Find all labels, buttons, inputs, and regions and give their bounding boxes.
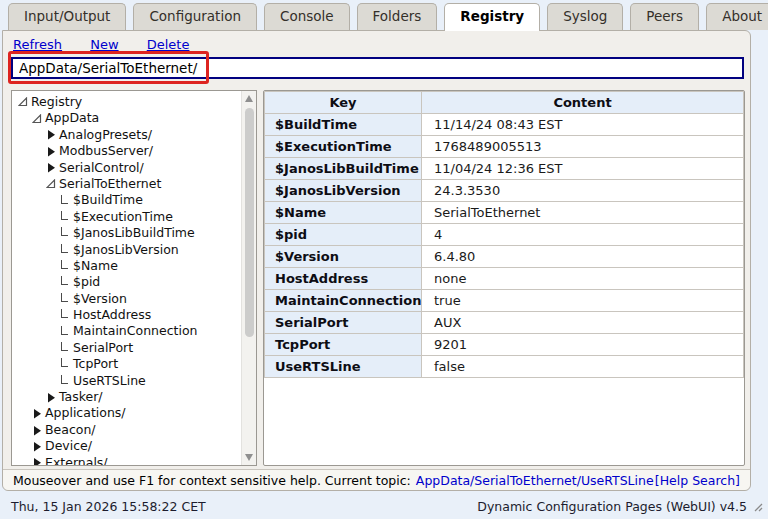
table-row[interactable]: $NameSerialToEthernet <box>265 202 744 224</box>
tree-item[interactable]: MaintainConnection <box>16 323 239 339</box>
tree-item[interactable]: Applications/ <box>16 405 239 421</box>
delete-link[interactable]: Delete <box>147 37 190 52</box>
scroll-up-arrow-icon[interactable] <box>245 95 253 102</box>
collapse-triangle-icon[interactable] <box>46 146 59 157</box>
collapse-triangle-icon[interactable] <box>32 408 45 419</box>
tree-item[interactable]: AppData <box>16 110 239 126</box>
tree-scrollbar[interactable] <box>241 91 256 465</box>
table-row[interactable]: MaintainConnectiontrue <box>265 290 744 312</box>
table-row[interactable]: $ExecutionTime1768489005513 <box>265 136 744 158</box>
tab-console[interactable]: Console <box>264 3 350 30</box>
tree-item[interactable]: SerialPort <box>16 340 239 356</box>
tree-item[interactable]: Beacon/ <box>16 422 239 438</box>
expand-triangle-icon[interactable] <box>32 114 45 124</box>
collapse-triangle-icon[interactable] <box>46 162 59 173</box>
tree-item[interactable]: $pid <box>16 274 239 290</box>
registry-value[interactable]: SerialToEthernet <box>422 202 744 224</box>
webui-page: Input/Output Configuration Console Folde… <box>0 0 768 519</box>
tree-item[interactable]: UseRTSLine <box>16 373 239 389</box>
table-row[interactable]: TcpPort9201 <box>265 334 744 356</box>
table-row[interactable]: SerialPortAUX <box>265 312 744 334</box>
table-row[interactable]: $JanosLibBuildTime11/04/24 12:36 EST <box>265 158 744 180</box>
refresh-link[interactable]: Refresh <box>13 37 62 52</box>
leaf-branch-icon <box>60 227 73 239</box>
tree-item[interactable]: $JanosLibVersion <box>16 242 239 258</box>
tree-item-label: AppData <box>45 110 99 126</box>
registry-key[interactable]: MaintainConnection <box>265 290 422 312</box>
expand-triangle-icon[interactable] <box>18 97 31 107</box>
table-row[interactable]: $JanosLibVersion24.3.3530 <box>265 180 744 202</box>
tree-item[interactable]: HostAddress <box>16 307 239 323</box>
registry-value[interactable]: 11/04/24 12:36 EST <box>422 158 744 180</box>
tree-item-label: UseRTSLine <box>73 373 146 389</box>
table-row[interactable]: $BuildTime11/14/24 08:43 EST <box>265 114 744 136</box>
collapse-triangle-icon[interactable] <box>32 441 45 452</box>
tree-item[interactable]: SerialToEthernet <box>16 176 239 192</box>
registry-key[interactable]: $pid <box>265 224 422 246</box>
tree-item[interactable]: AnalogPresets/ <box>16 127 239 143</box>
registry-value[interactable]: 11/14/24 08:43 EST <box>422 114 744 136</box>
collapse-triangle-icon[interactable] <box>46 129 59 140</box>
tree-item[interactable]: $Name <box>16 258 239 274</box>
tab-syslog[interactable]: Syslog <box>547 3 623 30</box>
tab-configuration[interactable]: Configuration <box>133 3 257 30</box>
current-topic-link[interactable]: AppData/SerialToEthernet/UseRTSLine <box>416 473 654 488</box>
registry-key[interactable]: SerialPort <box>265 312 422 334</box>
registry-value[interactable]: AUX <box>422 312 744 334</box>
tree-item[interactable]: $ExecutionTime <box>16 209 239 225</box>
tab-peers[interactable]: Peers <box>630 3 699 30</box>
registry-tree: Registry AppData AnalogPresets/ ModbusSe… <box>16 94 239 466</box>
help-search-link[interactable]: [Help Search] <box>655 473 740 488</box>
tab-about[interactable]: About <box>706 3 768 30</box>
registry-tree-panel: Registry AppData AnalogPresets/ ModbusSe… <box>11 90 257 466</box>
registry-value[interactable]: false <box>422 356 744 378</box>
registry-key[interactable]: $JanosLibVersion <box>265 180 422 202</box>
tree-item-label: TcpPort <box>73 356 118 372</box>
expand-triangle-icon[interactable] <box>46 179 59 189</box>
collapse-triangle-icon[interactable] <box>46 392 59 403</box>
registry-value[interactable]: 1768489005513 <box>422 136 744 158</box>
collapse-triangle-icon[interactable] <box>32 425 45 436</box>
tree-item-label: Tasker/ <box>59 389 103 405</box>
tree-item[interactable]: Device/ <box>16 438 239 454</box>
table-row[interactable]: UseRTSLinefalse <box>265 356 744 378</box>
footer-datetime: Thu, 15 Jan 2026 15:58:22 CET <box>11 499 206 514</box>
registry-value[interactable]: 24.3.3530 <box>422 180 744 202</box>
registry-value[interactable]: 9201 <box>422 334 744 356</box>
status-bar: Mouseover and use F1 for context sensiti… <box>3 469 750 490</box>
registry-path-input[interactable] <box>11 57 744 79</box>
registry-key[interactable]: $BuildTime <box>265 114 422 136</box>
tree-item[interactable]: SerialControl/ <box>16 160 239 176</box>
tree-item-label: HostAddress <box>73 307 151 323</box>
resize-grip-icon[interactable] <box>752 501 763 512</box>
new-link[interactable]: New <box>90 37 118 52</box>
tab-registry[interactable]: Registry <box>444 3 540 31</box>
registry-key[interactable]: $Version <box>265 246 422 268</box>
tree-item[interactable]: Registry <box>16 94 239 110</box>
tree-item[interactable]: $Version <box>16 291 239 307</box>
registry-value[interactable]: 4 <box>422 224 744 246</box>
tree-item[interactable]: $BuildTime <box>16 192 239 208</box>
scrollbar-thumb[interactable] <box>245 108 254 337</box>
registry-value[interactable]: true <box>422 290 744 312</box>
registry-key[interactable]: $Name <box>265 202 422 224</box>
registry-key[interactable]: $JanosLibBuildTime <box>265 158 422 180</box>
tree-item[interactable]: TcpPort <box>16 356 239 372</box>
tab-folders[interactable]: Folders <box>357 3 438 30</box>
registry-key[interactable]: $ExecutionTime <box>265 136 422 158</box>
table-row[interactable]: HostAddressnone <box>265 268 744 290</box>
tree-item[interactable]: ModbusServer/ <box>16 143 239 159</box>
tree-item[interactable]: Externals/ <box>16 455 239 466</box>
table-row[interactable]: $pid4 <box>265 224 744 246</box>
registry-key[interactable]: UseRTSLine <box>265 356 422 378</box>
collapse-triangle-icon[interactable] <box>32 457 45 466</box>
registry-value[interactable]: 6.4.80 <box>422 246 744 268</box>
registry-value[interactable]: none <box>422 268 744 290</box>
tree-item[interactable]: Tasker/ <box>16 389 239 405</box>
table-row[interactable]: $Version6.4.80 <box>265 246 744 268</box>
registry-key[interactable]: TcpPort <box>265 334 422 356</box>
tab-input-output[interactable]: Input/Output <box>8 3 126 30</box>
scroll-down-arrow-icon[interactable] <box>245 454 253 461</box>
registry-key[interactable]: HostAddress <box>265 268 422 290</box>
tree-item[interactable]: $JanosLibBuildTime <box>16 225 239 241</box>
